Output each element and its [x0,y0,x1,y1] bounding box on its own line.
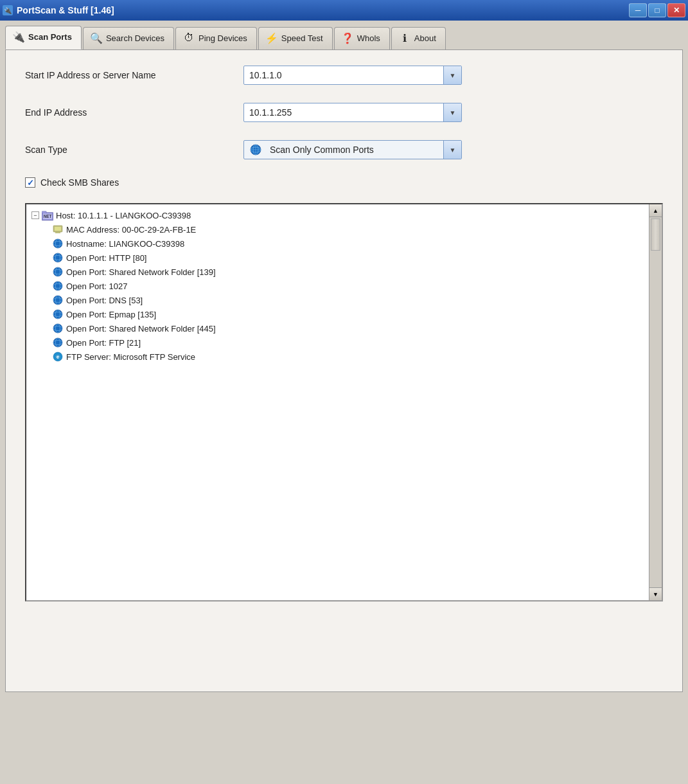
start-ip-control: ▼ [243,66,462,85]
port-1027-icon [52,280,64,292]
svg-point-33 [53,338,62,347]
scan-ports-icon: 🔌 [12,30,25,43]
host-label: Host: 10.1.1.1 - LIANGKOO-C39398 [56,211,191,220]
tree-expand-button[interactable]: − [31,211,39,219]
ftp-server-text: FTP Server: Microsoft FTP Service [66,352,195,362]
end-ip-row: End IP Address ▼ [25,103,663,122]
close-button[interactable]: ✕ [667,3,685,17]
tab-search-devices[interactable]: 🔍 Search Devices [83,27,174,49]
svg-point-30 [53,324,62,333]
smb-checkbox[interactable]: ✓ [25,177,35,188]
host-row: − NET Host: 10.1.1.1 - LIANGKOO-C39398 [29,208,645,222]
tab-about[interactable]: ℹ About [391,27,446,49]
tab-speed-test-label: Speed Test [281,33,323,43]
search-devices-icon: 🔍 [90,31,103,44]
list-item: Open Port: Shared Network Folder [445] [29,321,645,335]
port-445-icon [52,323,64,334]
chevron-down-icon-3: ▼ [450,147,456,154]
title-bar: 🔌 PortScan & Stuff [1.46] ─ □ ✕ [0,0,688,21]
svg-point-24 [53,296,62,305]
tab-scan-ports-label: Scan Ports [28,32,72,42]
svg-point-12 [53,239,62,248]
scan-type-dropdown[interactable]: ▼ [443,141,461,159]
list-item: Open Port: DNS [53] [29,293,645,307]
smb-checkbox-row: ✓ Check SMB Shares [25,177,663,188]
tab-bar: 🔌 Scan Ports 🔍 Search Devices ⏱ Ping Dev… [5,26,683,49]
svg-text:NET: NET [44,215,52,219]
end-ip-dropdown[interactable]: ▼ [443,103,461,121]
svg-point-21 [53,281,62,290]
app-title: PortScan & Stuff [1.46] [17,5,114,15]
tree-items-area: − NET Host: 10.1.1.1 - LIANGKOO-C39398 [26,204,648,368]
scroll-up-button[interactable]: ▲ [649,204,662,217]
chevron-down-icon-2: ▼ [450,109,456,116]
mac-address-text: MAC Address: 00-0C-29-2A-FB-1E [66,225,196,235]
maximize-button[interactable]: □ [648,3,666,17]
list-item: e FTP Server: Microsoft FTP Service [29,350,645,364]
tab-ping-devices[interactable]: ⏱ Ping Devices [175,27,257,49]
port-http-text: Open Port: HTTP [80] [66,253,146,263]
ping-devices-icon: ⏱ [182,31,195,44]
port-epmap-icon [52,308,64,320]
hostname-text: Hostname: LIANGKOO-C39398 [66,239,184,249]
svg-rect-6 [42,211,46,214]
svg-rect-10 [55,227,61,231]
end-ip-control: ▼ [243,103,462,122]
port-epmap-text: Open Port: Epmap [135] [66,310,156,319]
scan-type-icon [248,142,263,157]
whois-icon: ❓ [341,31,354,44]
app-icon: 🔌 [3,5,13,15]
tab-scan-ports[interactable]: 🔌 Scan Ports [5,26,82,49]
scroll-down-button[interactable]: ▼ [649,587,662,600]
scroll-thumb[interactable] [651,218,660,251]
list-item: Open Port: HTTP [80] [29,251,645,265]
start-ip-dropdown[interactable]: ▼ [443,66,461,84]
start-ip-row: Start IP Address or Server Name ▼ [25,66,663,85]
smb-label: Check SMB Shares [40,177,119,188]
start-ip-label: Start IP Address or Server Name [25,70,243,80]
speed-test-icon: ⚡ [265,31,278,44]
end-ip-label: End IP Address [25,107,243,118]
host-folder-icon: NET [42,209,53,221]
start-ip-input[interactable] [244,67,443,83]
port-http-icon [52,252,64,263]
scroll-track [649,217,662,587]
port-dns-text: Open Port: DNS [53] [66,296,143,305]
port-445-text: Open Port: Shared Network Folder [445] [66,324,216,334]
port-ftp-text: Open Port: FTP [21] [66,338,141,348]
chevron-down-icon: ▼ [450,72,456,79]
tree-view: ▲ ▼ − NET [25,203,663,601]
tab-about-label: About [414,33,436,43]
tab-whois-label: Whols [357,33,380,43]
tab-ping-devices-label: Ping Devices [198,33,247,43]
window-controls: ─ □ ✕ [629,3,685,17]
tab-search-devices-label: Search Devices [106,33,164,43]
tab-speed-test[interactable]: ⚡ Speed Test [258,27,333,49]
port-1027-text: Open Port: 1027 [66,281,127,291]
main-container: 🔌 Scan Ports 🔍 Search Devices ⏱ Ping Dev… [0,21,688,784]
port-139-text: Open Port: Shared Network Folder [139] [66,267,216,277]
end-ip-input[interactable] [244,105,443,120]
list-item: Open Port: Epmap [135] [29,307,645,321]
checkmark-icon: ✓ [27,178,34,188]
ftp-server-icon: e [52,351,64,362]
scrollbar[interactable]: ▲ ▼ [649,204,662,600]
minimize-button[interactable]: ─ [629,3,647,17]
scan-type-row: Scan Type Scan Only Common Ports ▼ [25,140,663,159]
list-item: Open Port: Shared Network Folder [139] [29,265,645,279]
svg-rect-11 [55,232,60,233]
scan-type-label: Scan Type [25,145,243,155]
hostname-icon [52,238,64,249]
list-item: Hostname: LIANGKOO-C39398 [29,236,645,251]
svg-text:e: e [57,355,59,359]
content-panel: Start IP Address or Server Name ▼ End IP… [5,49,683,692]
list-item: Open Port: FTP [21] [29,335,645,350]
port-ftp-icon [52,337,64,348]
port-139-icon [52,266,64,278]
scan-type-value: Scan Only Common Ports [267,142,443,157]
mac-icon [52,224,64,235]
list-item: Open Port: 1027 [29,279,645,293]
port-dns-icon [52,294,64,306]
tab-whois[interactable]: ❓ Whols [334,27,390,49]
scan-type-control[interactable]: Scan Only Common Ports ▼ [243,140,462,159]
